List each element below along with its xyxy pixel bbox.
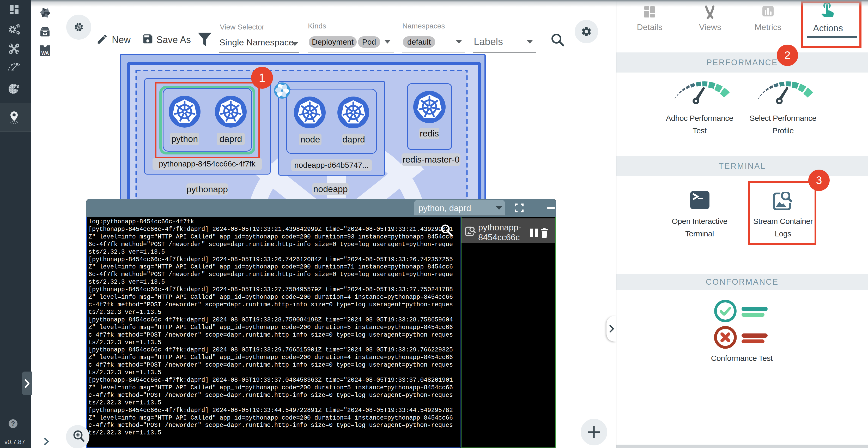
svg-text:?: ? <box>11 420 15 427</box>
svg-text:WA: WA <box>41 51 49 56</box>
